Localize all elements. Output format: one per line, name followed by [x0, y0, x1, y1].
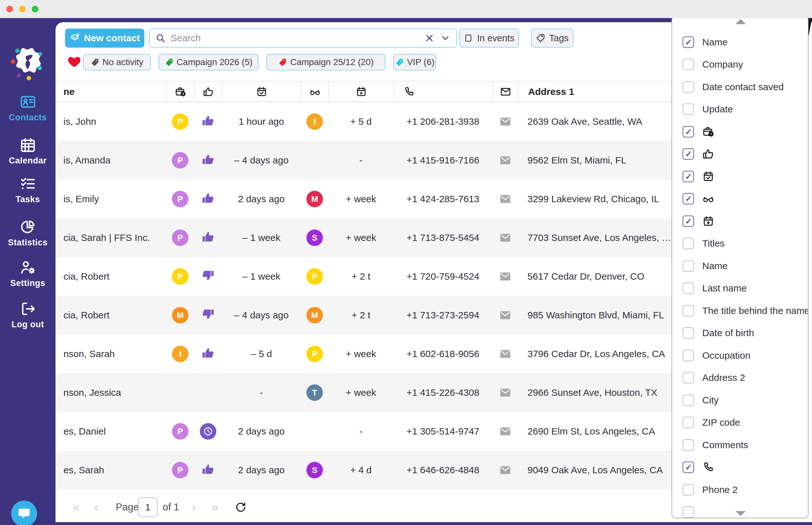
email-icon[interactable]	[499, 425, 512, 438]
table-row[interactable]: cia, Robert P – 1 week P + 2 t +1 720-75…	[56, 257, 726, 296]
column-option-rating[interactable]	[672, 143, 808, 165]
in-events-button[interactable]: In events	[459, 29, 519, 48]
checkbox[interactable]	[683, 283, 694, 294]
table-row[interactable]: is, Amanda P – 4 days ago - +1 415-916-7…	[56, 141, 726, 180]
email-icon[interactable]	[499, 464, 512, 477]
scroll-up-icon[interactable]	[736, 19, 746, 24]
column-option-last-contact[interactable]	[672, 165, 808, 188]
column-option-titles[interactable]: Titles	[672, 232, 808, 255]
column-option-next-event[interactable]	[672, 210, 808, 232]
table-row[interactable]: is, John P 1 hour ago I + 5 d +1 206-281…	[56, 102, 726, 141]
email-icon[interactable]	[499, 270, 512, 283]
checkbox[interactable]	[683, 36, 694, 48]
column-option-name[interactable]: Name	[672, 31, 808, 53]
email-icon[interactable]	[499, 231, 512, 244]
checkbox[interactable]	[683, 215, 694, 227]
chat-support-button[interactable]	[11, 500, 37, 525]
column-option-occupation[interactable]: Occupation	[672, 344, 808, 366]
new-contact-button[interactable]: New contact	[65, 29, 144, 48]
checkbox[interactable]	[683, 484, 694, 495]
checkbox[interactable]	[683, 104, 694, 115]
checkbox[interactable]	[683, 238, 694, 249]
next-page-button[interactable]: ›	[192, 500, 196, 514]
checkbox[interactable]	[683, 350, 694, 361]
checkbox[interactable]	[683, 59, 694, 70]
scroll-down-icon[interactable]	[736, 511, 746, 516]
page-number-input[interactable]	[138, 497, 158, 517]
checkbox[interactable]	[683, 506, 694, 518]
table-row[interactable]: cia, Robert M – 4 days ago M + 2 t +1 71…	[56, 296, 726, 334]
filter-chip-campaign-2026[interactable]: Campaign 2026 (5)	[159, 54, 259, 71]
column-header-email[interactable]	[493, 81, 518, 102]
column-header-address1[interactable]: Address 1	[518, 81, 670, 102]
column-header-next-event[interactable]	[329, 81, 393, 102]
column-header-last-contact[interactable]	[222, 81, 301, 102]
filter-chip-vip[interactable]: VIP (6)	[393, 54, 436, 71]
email-icon[interactable]	[499, 309, 512, 321]
sidebar-item-settings[interactable]: Settings	[0, 259, 56, 288]
email-icon[interactable]	[499, 386, 512, 399]
checkbox[interactable]	[683, 126, 694, 137]
table-row[interactable]: nson, Sarah I – 5 d P + week +1 602-618-…	[56, 334, 726, 373]
checkbox[interactable]	[683, 327, 694, 339]
checkbox[interactable]	[683, 439, 694, 451]
favorites-heart-icon[interactable]	[67, 55, 81, 69]
table-row[interactable]: es, Sarah P 2 days ago S + 4 d +1 646-62…	[56, 451, 726, 490]
checkbox[interactable]	[683, 417, 694, 428]
minimize-window-button[interactable]	[19, 6, 26, 12]
column-option-update[interactable]: Update	[672, 98, 808, 120]
filter-chip-no-activity[interactable]: No activity	[83, 54, 151, 71]
column-option-last-name[interactable]: Last name	[672, 277, 808, 299]
first-page-button[interactable]: «	[73, 500, 80, 514]
column-option-phone2[interactable]: Phone 2	[672, 479, 808, 501]
last-page-button[interactable]: »	[212, 500, 218, 514]
column-option-address2[interactable]: Address 2	[672, 366, 808, 389]
search-input[interactable]	[171, 33, 419, 44]
column-option-status[interactable]	[672, 188, 808, 210]
column-header-phone[interactable]	[393, 81, 493, 102]
sidebar-item-logout[interactable]: Log out	[0, 301, 56, 329]
column-option-company[interactable]: Company	[672, 53, 808, 76]
close-window-button[interactable]	[6, 6, 13, 12]
sidebar-item-statistics[interactable]: Statistics	[0, 219, 56, 247]
checkbox[interactable]	[683, 462, 694, 473]
column-option-name2[interactable]: Name	[672, 255, 808, 277]
column-option-city[interactable]: City	[672, 389, 808, 411]
checkbox[interactable]	[683, 394, 694, 406]
column-option-date-of-birth[interactable]: Date of birth	[672, 322, 808, 344]
tags-button[interactable]: Tags	[531, 29, 574, 48]
email-icon[interactable]	[499, 115, 512, 128]
checkbox[interactable]	[683, 193, 694, 205]
email-icon[interactable]	[499, 193, 512, 205]
checkbox[interactable]	[683, 260, 694, 272]
column-header-rating[interactable]	[194, 81, 222, 102]
email-icon[interactable]	[499, 348, 512, 360]
checkbox[interactable]	[683, 81, 694, 93]
filter-chip-campaign-2512[interactable]: Campaign 25/12 (20)	[266, 54, 385, 71]
checkbox[interactable]	[683, 171, 694, 182]
sidebar-item-contacts[interactable]: Contacts	[0, 94, 56, 122]
column-header-status[interactable]	[301, 81, 329, 102]
column-option-title-behind-name[interactable]: The title behind the name	[672, 300, 808, 322]
checkbox[interactable]	[683, 305, 694, 316]
search-dropdown-icon[interactable]	[440, 33, 451, 44]
table-row[interactable]: is, Emily P 2 days ago M + week +1 424-2…	[56, 180, 726, 219]
zoom-window-button[interactable]	[32, 6, 38, 12]
table-row[interactable]: cia, Sarah | FFS Inc. P – 1 week S + wee…	[56, 219, 726, 257]
column-option-date-contact-saved[interactable]: Date contact saved	[672, 76, 808, 98]
prev-page-button[interactable]: ‹	[94, 500, 98, 514]
sidebar-item-tasks[interactable]: Tasks	[0, 176, 56, 205]
column-option-phone[interactable]	[672, 456, 808, 478]
table-row[interactable]: es, Daniel P 2 days ago - +1 305-514-974…	[56, 412, 726, 451]
checkbox[interactable]	[683, 372, 694, 384]
column-option-comments[interactable]: Comments	[672, 434, 808, 456]
sidebar-item-calendar[interactable]: Calendar	[0, 137, 56, 166]
email-icon[interactable]	[499, 154, 512, 167]
column-option-last-activity[interactable]	[672, 121, 808, 143]
column-header-name[interactable]: ne	[56, 81, 166, 102]
refresh-icon[interactable]	[235, 501, 247, 513]
clear-search-icon[interactable]	[424, 33, 435, 44]
table-row[interactable]: nson, Jessica - T + week +1 415-226-4308…	[56, 373, 726, 412]
column-option-zip-code[interactable]: ZIP code	[672, 411, 808, 434]
checkbox[interactable]	[683, 148, 694, 160]
